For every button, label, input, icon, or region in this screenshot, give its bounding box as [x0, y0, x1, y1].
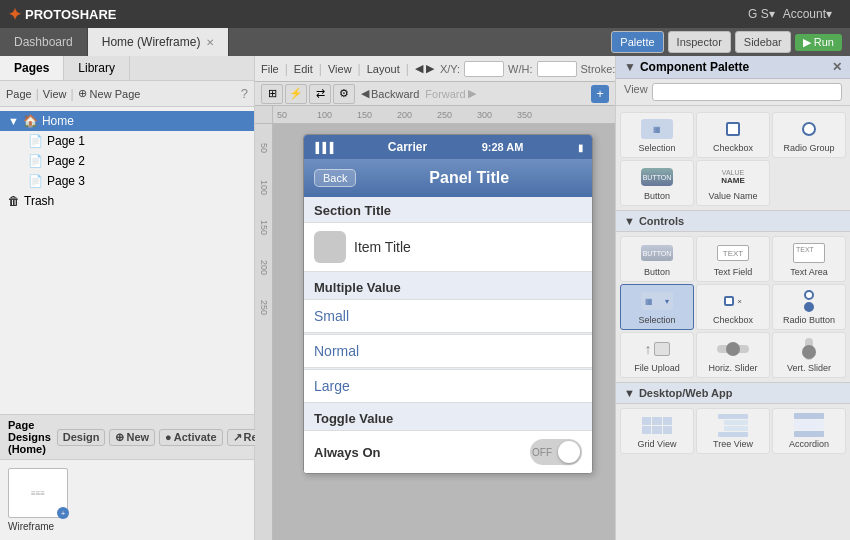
- xy-label: X/Y:: [440, 63, 460, 75]
- sidebar-btn[interactable]: Sidebar: [735, 31, 791, 53]
- page1-icon: 📄: [28, 134, 43, 148]
- multi-item-normal[interactable]: Normal: [304, 334, 592, 368]
- palette-item-checkbox-ctrl[interactable]: × Checkbox: [696, 284, 770, 330]
- run-button[interactable]: ▶ Run: [795, 34, 842, 51]
- status-time-val: 9:28 AM: [482, 141, 524, 153]
- layout-menu[interactable]: Layout: [367, 63, 400, 75]
- canvas-content[interactable]: ▐▐▐ Carrier 9:28 AM ▮ Back Panel Title S…: [273, 124, 615, 540]
- mobile-wireframe-frame: ▐▐▐ Carrier 9:28 AM ▮ Back Panel Title S…: [303, 134, 593, 474]
- sidebar-toolbar: Page | View | ⊕ New Page ?: [0, 81, 254, 107]
- left-sidebar: Pages Library Page | View | ⊕ New Page ?…: [0, 56, 255, 540]
- text-field-label: Text Field: [714, 267, 753, 277]
- tree-item-page1[interactable]: 📄 Page 1: [0, 131, 254, 151]
- logo-icon: ✦: [8, 5, 21, 24]
- toggle-row[interactable]: Always On OFF: [304, 430, 592, 473]
- list-item-row[interactable]: Item Title: [304, 222, 592, 272]
- forward-btn[interactable]: Forward ▶: [425, 87, 475, 100]
- sidebar-tab-library[interactable]: Library: [64, 56, 130, 80]
- new-design-btn[interactable]: ⊕ New: [109, 429, 155, 446]
- palette-item-horiz-slider[interactable]: Horiz. Slider: [696, 332, 770, 378]
- signal-icon: ▐▐▐: [312, 142, 333, 153]
- canvas-secondary-toolbar: ⊞ ⚡ ⇄ ⚙ ◀ Backward Forward ▶ +: [255, 82, 615, 106]
- section-title: Section Title: [304, 197, 592, 222]
- top-bar: ✦ PROTOSHARE G S▾ Account▾: [0, 0, 850, 28]
- palette-close-icon[interactable]: ✕: [832, 60, 842, 74]
- palette-item-selection-ctrl[interactable]: ▦▾ Selection: [620, 284, 694, 330]
- palette-item-radio-group[interactable]: Radio Group: [772, 112, 846, 158]
- value-name-icon: VALUE NAME: [715, 165, 751, 189]
- file-menu[interactable]: File: [261, 63, 279, 75]
- wh-label: W/H:: [508, 63, 532, 75]
- grid-icon-tab[interactable]: ⊞: [261, 84, 283, 104]
- tree-view-label: Tree View: [713, 439, 753, 449]
- lightning-icon-tab[interactable]: ⚡: [285, 84, 307, 104]
- nav-arrows: ◀ ▶: [415, 62, 434, 75]
- wireframe-thumb-item[interactable]: ≡≡≡ +: [8, 468, 68, 518]
- fwd-arrow[interactable]: ▶: [426, 62, 434, 75]
- radio-group-label: Radio Group: [783, 143, 834, 153]
- palette-item-button-ctrl[interactable]: BUTTON Button: [620, 236, 694, 282]
- w-input[interactable]: [537, 61, 577, 77]
- palette-item-accordion[interactable]: Accordion: [772, 408, 846, 454]
- toggle-off-text: OFF: [532, 447, 552, 458]
- selection-label: Selection: [638, 143, 675, 153]
- palette-item-vert-slider[interactable]: Vert. Slider: [772, 332, 846, 378]
- tree-item-page2[interactable]: 📄 Page 2: [0, 151, 254, 171]
- multi-item-large[interactable]: Large: [304, 369, 592, 403]
- wireframe-badge: +: [57, 507, 69, 519]
- palette-item-value-name[interactable]: VALUE NAME Value Name: [696, 160, 770, 206]
- design-tab[interactable]: Design: [57, 429, 106, 446]
- account-menu[interactable]: Account▾: [783, 7, 832, 21]
- help-icon[interactable]: ?: [241, 86, 248, 101]
- sidebar-page-link[interactable]: Page: [6, 88, 32, 100]
- view-menu[interactable]: View: [328, 63, 352, 75]
- palette-item-text-field[interactable]: TEXT Text Field: [696, 236, 770, 282]
- backward-btn[interactable]: ◀ Backward: [361, 87, 419, 100]
- palette-item-tree-view[interactable]: Tree View: [696, 408, 770, 454]
- palette-item-grid-view[interactable]: Grid View: [620, 408, 694, 454]
- palette-item-text-area[interactable]: TEXT Text Area: [772, 236, 846, 282]
- new-design-label: New: [126, 431, 149, 443]
- controls-section-header[interactable]: ▼ Controls: [616, 210, 850, 232]
- tab-close-icon[interactable]: ✕: [206, 37, 214, 48]
- controls-section-label: Controls: [639, 215, 684, 227]
- new-page-button[interactable]: ⊕ New Page: [78, 87, 141, 100]
- sidebar-tab-pages[interactable]: Pages: [0, 56, 64, 80]
- tree-item-home[interactable]: ▼ 🏠 Home: [0, 111, 254, 131]
- tab-dashboard[interactable]: Dashboard: [0, 28, 88, 56]
- palette-item-file-upload[interactable]: ↑ File Upload: [620, 332, 694, 378]
- multi-item-small[interactable]: Small: [304, 299, 592, 333]
- file-upload-icon: ↑: [639, 337, 675, 361]
- palette-collapse-icon[interactable]: ▼: [624, 60, 636, 74]
- palette-btn[interactable]: Palette: [611, 31, 663, 53]
- trash-icon: 🗑: [8, 194, 20, 208]
- account-area: G S▾ Account▾: [748, 7, 842, 21]
- palette-item-button-view[interactable]: BUTTON Button: [620, 160, 694, 206]
- settings-icon-tab[interactable]: ⚙: [333, 84, 355, 104]
- forward-label: Forward: [425, 88, 465, 100]
- sidebar-view-link[interactable]: View: [43, 88, 67, 100]
- arrows-icon-tab[interactable]: ⇄: [309, 84, 331, 104]
- palette-item-selection[interactable]: ▦ Selection: [620, 112, 694, 158]
- palette-search-input[interactable]: [652, 83, 842, 101]
- palette-item-radio-btn[interactable]: Radio Button: [772, 284, 846, 330]
- stroke-label: Stroke:: [581, 63, 615, 75]
- add-component-btn[interactable]: +: [591, 85, 609, 103]
- mobile-back-button[interactable]: Back: [314, 169, 356, 187]
- checkbox-icon: [715, 117, 751, 141]
- palette-item-checkbox[interactable]: Checkbox: [696, 112, 770, 158]
- toggle-switch[interactable]: OFF: [530, 439, 582, 465]
- x-input[interactable]: [464, 61, 504, 77]
- vert-slider-icon: [791, 337, 827, 361]
- tab-home[interactable]: Home (Wireframe) ✕: [88, 28, 230, 56]
- back-arrow[interactable]: ◀: [415, 62, 423, 75]
- edit-menu[interactable]: Edit: [294, 63, 313, 75]
- tree-item-trash[interactable]: 🗑 Trash: [0, 191, 254, 211]
- ruler-mark-200: 200: [397, 110, 437, 120]
- tree-item-page3[interactable]: 📄 Page 3: [0, 171, 254, 191]
- account-user[interactable]: G S▾: [748, 7, 775, 21]
- activate-btn[interactable]: ● Activate: [159, 429, 222, 446]
- inspector-btn[interactable]: Inspector: [668, 31, 731, 53]
- desktop-expand-icon: ▼: [624, 387, 635, 399]
- desktop-section-header[interactable]: ▼ Desktop/Web App: [616, 382, 850, 404]
